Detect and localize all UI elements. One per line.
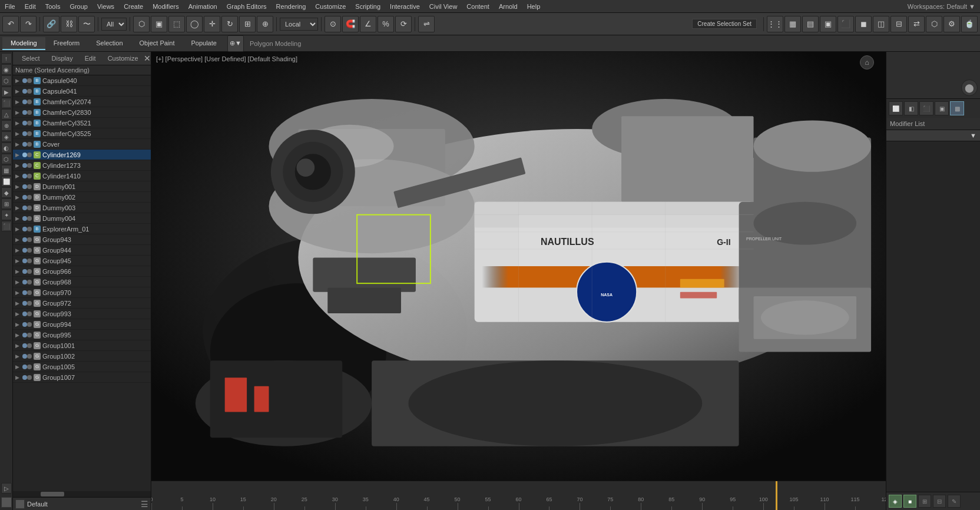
scene-item-chamfercyl2830[interactable]: ▶ B ChamferCyl2830	[13, 107, 151, 118]
side-icon-13[interactable]: ⊞	[1, 198, 12, 209]
scene-item-dummy001[interactable]: ▶ D Dummy001	[13, 181, 151, 192]
tab-modeling[interactable]: Modeling	[2, 37, 45, 50]
side-icon-11[interactable]: ⬜	[1, 176, 12, 187]
scene-item-cylinder1269[interactable]: ▶ C Cylinder1269	[13, 150, 151, 160]
rt-shade4-btn[interactable]: ▩	[950, 101, 964, 115]
scene-item-group1007[interactable]: ▶ G Group1007	[13, 372, 151, 383]
menu-civil-view[interactable]: Civil View	[425, 2, 462, 11]
menu-group[interactable]: Group	[65, 2, 92, 11]
menu-graph-editors[interactable]: Graph Editors	[222, 2, 272, 11]
rect-sel-btn[interactable]: ⬚	[168, 16, 185, 32]
scene-item-cover[interactable]: ▶ B Cover	[13, 139, 151, 150]
se-tab-select[interactable]: Select	[16, 53, 45, 64]
h-scroll-thumb[interactable]	[41, 492, 64, 496]
side-icon-2[interactable]: ⬡	[1, 75, 12, 86]
rb-btn-3[interactable]: ⊞	[918, 495, 931, 508]
scene-item-group1002[interactable]: ▶ G Group1002	[13, 351, 151, 362]
viewport-main[interactable]: [+] [Perspective] [User Defined] [Defaul…	[151, 52, 886, 481]
undo-btn[interactable]: ↶	[2, 16, 19, 32]
se-tab-edit[interactable]: Edit	[80, 53, 101, 64]
viewport-home-btn[interactable]: ⌂	[860, 55, 874, 69]
menu-scripting[interactable]: Scripting	[350, 2, 385, 11]
tb-r2[interactable]: ▦	[784, 16, 801, 32]
scene-item-dummy002[interactable]: ▶ D Dummy002	[13, 192, 151, 203]
side-icon-7[interactable]: ◈	[1, 131, 12, 142]
rt-wireframe-btn[interactable]: ⬜	[889, 101, 903, 115]
color-swatch[interactable]	[1, 497, 12, 508]
side-icon-arrow[interactable]: ↑	[1, 53, 12, 64]
tb-r12[interactable]: 🍵	[961, 16, 978, 32]
scene-item-capsule040[interactable]: ▶ B Capsule040	[13, 75, 151, 86]
menu-views[interactable]: Views	[92, 2, 119, 11]
tb-r4[interactable]: ▣	[820, 16, 836, 32]
rt-shade3-btn[interactable]: ▣	[935, 101, 949, 115]
workspace-value[interactable]: Default	[946, 3, 967, 10]
tb-r10[interactable]: ⬡	[926, 16, 942, 32]
timeline-ruler[interactable]: 0510152025303540455055606570758085909510…	[151, 481, 886, 510]
menu-edit[interactable]: Edit	[20, 2, 41, 11]
menu-file[interactable]: File	[0, 2, 20, 11]
menu-tools[interactable]: Tools	[41, 2, 65, 11]
menu-rendering[interactable]: Rendering	[272, 2, 311, 11]
circ-sel-btn[interactable]: ◯	[186, 16, 203, 32]
scene-item-group945[interactable]: ▶ G Group945	[13, 256, 151, 266]
pct-snap-btn[interactable]: %	[378, 16, 394, 32]
scene-item-explorerarm_01[interactable]: ▶ B ExplorerArm_01	[13, 224, 151, 234]
layer-menu-btn[interactable]: ☰	[141, 499, 148, 509]
tab-populate[interactable]: Populate	[183, 37, 224, 50]
side-icon-15[interactable]: ⬛	[1, 221, 12, 231]
scene-explorer-close[interactable]: ✕	[144, 54, 151, 63]
rt-shade-btn[interactable]: ◧	[904, 101, 918, 115]
rb-btn-4[interactable]: ⊟	[933, 495, 946, 508]
scene-item-chamfercyl2074[interactable]: ▶ B ChamferCyl2074	[13, 97, 151, 107]
bind-space-warp[interactable]: 〜	[78, 16, 95, 32]
move-btn[interactable]: ✛	[204, 16, 220, 32]
rotate-btn[interactable]: ↻	[221, 16, 238, 32]
menu-create[interactable]: Create	[119, 2, 148, 11]
scene-item-dummy003[interactable]: ▶ D Dummy003	[13, 203, 151, 213]
scene-item-group993[interactable]: ▶ G Group993	[13, 309, 151, 319]
scene-item-group966[interactable]: ▶ G Group966	[13, 266, 151, 277]
scene-item-dummy004[interactable]: ▶ D Dummy004	[13, 213, 151, 224]
tb-r9[interactable]: ⇄	[908, 16, 925, 32]
mirror-btn[interactable]: ⇌	[418, 16, 435, 32]
rb-btn-1[interactable]: ◈	[889, 495, 902, 508]
timeline-playhead[interactable]	[776, 481, 777, 510]
se-tab-customize[interactable]: Customize	[102, 53, 144, 64]
h-scrollbar[interactable]	[13, 491, 151, 497]
scene-item-chamfercyl3521[interactable]: ▶ B ChamferCyl3521	[13, 118, 151, 128]
rt-shade2-btn[interactable]: ⬛	[919, 101, 933, 115]
coord-select[interactable]: Local World Screen	[280, 18, 318, 31]
place-btn[interactable]: ⊕	[257, 16, 273, 32]
side-icon-1[interactable]: ◉	[1, 64, 12, 75]
scene-item-cylinder1273[interactable]: ▶ C Cylinder1273	[13, 160, 151, 171]
menu-content[interactable]: Content	[462, 2, 494, 11]
scene-item-capsule041[interactable]: ▶ B Capsule041	[13, 86, 151, 97]
side-icon-12[interactable]: ◆	[1, 187, 12, 198]
menu-customize[interactable]: Customize	[310, 2, 350, 11]
rb-btn-5[interactable]: ✎	[948, 495, 961, 508]
tb-r1[interactable]: ⋮⋮	[767, 16, 783, 32]
angle-snap-btn[interactable]: ∠	[360, 16, 376, 32]
tab-object-paint[interactable]: Object Paint	[131, 37, 183, 50]
pivot-btn[interactable]: ⊙	[325, 16, 341, 32]
side-icon-10[interactable]: ▦	[1, 165, 12, 175]
menu-animation[interactable]: Animation	[184, 2, 222, 11]
tb-r5[interactable]: ⬛	[837, 16, 854, 32]
tb-r6[interactable]: ◼	[855, 16, 872, 32]
menu-arnold[interactable]: Arnold	[494, 2, 522, 11]
scene-item-cylinder1410[interactable]: ▶ C Cylinder1410	[13, 171, 151, 181]
side-icon-5[interactable]: △	[1, 109, 12, 120]
side-icon-bottom1[interactable]: ▷	[1, 483, 12, 494]
side-icon-8[interactable]: ◐	[1, 143, 12, 153]
link-btn[interactable]: 🔗	[43, 16, 59, 32]
scale-btn[interactable]: ⊞	[239, 16, 256, 32]
tab-extra[interactable]: ⊕▼	[227, 35, 244, 52]
se-tab-display[interactable]: Display	[47, 53, 78, 64]
tb-r8[interactable]: ⊟	[890, 16, 907, 32]
tab-freeform[interactable]: Freeform	[45, 37, 88, 50]
scene-item-group1001[interactable]: ▶ G Group1001	[13, 340, 151, 351]
scene-item-group944[interactable]: ▶ G Group944	[13, 245, 151, 256]
side-icon-6[interactable]: ⊕	[1, 120, 12, 131]
create-selection-set[interactable]: Create Selection Set	[692, 19, 757, 29]
